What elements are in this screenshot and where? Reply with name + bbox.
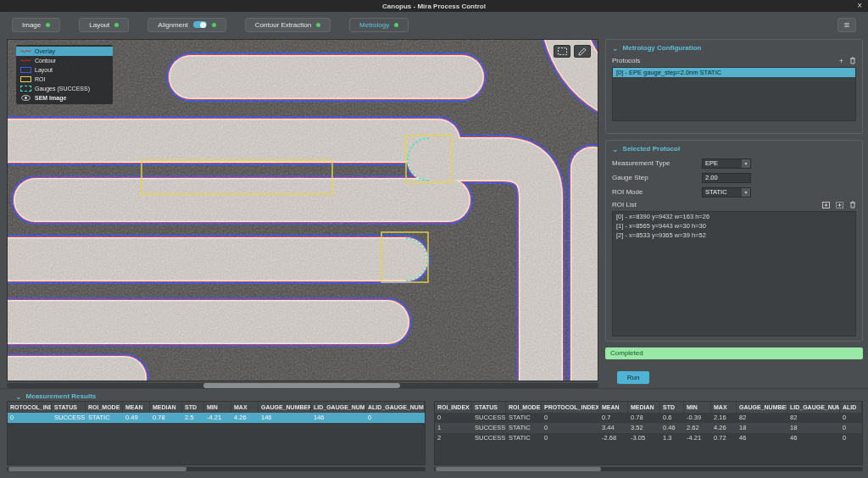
sem-viewer[interactable]: Overlay Contour Layout ROI Gauges (S (7, 39, 598, 381)
table-cell: 1 (435, 423, 472, 433)
alignment-toggle[interactable] (193, 21, 207, 28)
measurement-type-value: EPE (705, 159, 742, 167)
tab-alignment-label: Alignment (158, 21, 188, 29)
table-row[interactable]: 2 SUCCESS STATIC 0 -2.68 -3.05 1.3 -4.21… (435, 433, 862, 443)
chevron-down-icon: ⌄ (612, 45, 619, 52)
right-panel: ⌄ Metrology Configuration Protocols + [0… (605, 39, 863, 381)
add-roi-icon[interactable] (822, 202, 830, 208)
column-header[interactable]: STATUS (472, 402, 506, 413)
legend-item-gauges[interactable]: Gauges (SUCCESS) (16, 84, 113, 93)
column-header[interactable]: PROTOCOL_INDEX (542, 402, 599, 413)
status-badge: Completed (605, 347, 863, 359)
table-row[interactable]: 1 SUCCESS STATIC 0 3.44 3.52 0.46 2.62 4… (435, 423, 862, 433)
table-cell: 2 (435, 433, 472, 443)
table-header-row: ROTOCOL_INDE STATUS ROI_MODE MEAN MEDIAN… (8, 402, 425, 413)
status-dot (394, 23, 398, 27)
gauge-step-input[interactable] (702, 173, 751, 183)
column-header[interactable]: MEAN (599, 402, 628, 413)
column-header[interactable]: MIN (204, 402, 231, 413)
column-header[interactable]: STD (660, 402, 684, 413)
column-header[interactable]: STATUS (52, 402, 86, 413)
measurement-results-header[interactable]: ⌄ Measurement Results (15, 392, 868, 400)
column-header[interactable]: LID_GAUGE_NUMI (311, 402, 365, 413)
menu-icon[interactable]: ≡ (837, 18, 856, 32)
measurement-results-panel: ⌄ Measurement Results ROTOCOL_INDE STATU… (0, 388, 868, 478)
tab-alignment[interactable]: Alignment (147, 18, 226, 32)
table-cell: 3.52 (628, 423, 660, 433)
column-header[interactable]: ALID (840, 402, 862, 413)
tab-image[interactable]: Image (12, 18, 60, 32)
table-cell: 0 (542, 423, 599, 433)
close-icon[interactable]: × (857, 0, 862, 12)
column-header[interactable]: MEDIAN (150, 402, 182, 413)
table-cell: 46 (737, 433, 787, 443)
edit-pencil-icon[interactable] (574, 45, 591, 58)
protocols-row: Protocols + (612, 57, 856, 64)
column-header[interactable]: LID_GAUGE_NUMB (787, 402, 840, 413)
table-cell: 0.72 (711, 433, 737, 443)
roi-mode-value: STATIC (705, 188, 742, 196)
capture-region-icon[interactable] (554, 45, 570, 58)
status-dot (114, 23, 119, 27)
column-header-sorted[interactable]: ROI_INDEX ▴ (435, 402, 472, 413)
column-header[interactable]: GAUGE_NUMBER (259, 402, 311, 413)
legend-label: Layout (35, 67, 53, 73)
table-cell: 2.5 (182, 413, 204, 423)
legend-item-sem-image[interactable]: SEM Image (16, 93, 113, 103)
section-title: Metrology Configuration (623, 44, 702, 52)
legend-label: Contour (35, 58, 56, 64)
column-header[interactable]: STD (182, 402, 204, 413)
roi-mode-select[interactable]: STATIC ▾ (702, 187, 751, 197)
table-cell: 0 (542, 413, 599, 423)
protocols-list: [0] - EPE gauge_step=2.0nm STATIC (612, 67, 856, 121)
measurement-type-select[interactable]: EPE ▾ (702, 158, 751, 169)
protocol-table-hscrollbar-thumb[interactable] (8, 467, 186, 471)
table-row[interactable]: 0 SUCCESS STATIC 0 0.7 0.78 0.6 -0.39 2.… (435, 413, 862, 423)
roi-mode-label: ROI Mode (612, 188, 702, 196)
tab-metrology[interactable]: Metrology (349, 18, 409, 32)
add-roi-from-selection-icon[interactable] (836, 202, 843, 208)
tab-layout[interactable]: Layout (79, 18, 129, 32)
roi-list-item[interactable]: [0] - x=8390 y=9432 w=163 h=26 (613, 212, 855, 221)
roi-list-item[interactable]: [2] - x=8533 y=9365 w=39 h=52 (613, 231, 855, 240)
column-header[interactable]: ROTOCOL_INDE (8, 402, 52, 413)
chevron-down-icon: ⌄ (612, 146, 619, 153)
delete-protocol-icon[interactable] (849, 57, 856, 64)
delete-roi-icon[interactable] (849, 201, 856, 208)
column-header[interactable]: MEAN (123, 402, 150, 413)
table-cell: STATIC (86, 413, 123, 423)
selected-protocol-header[interactable]: ⌄ Selected Protocol (612, 145, 856, 153)
column-header[interactable]: ALID_GAUGE_NUM (365, 402, 425, 413)
roi-list-item[interactable]: [1] - x=8565 y=9443 w=30 h=30 (613, 221, 855, 231)
legend-item-layout[interactable]: Layout (16, 65, 113, 75)
table-cell: 18 (737, 423, 787, 433)
protocol-table-hscrollbar[interactable] (7, 467, 426, 471)
table-cell: 3.44 (599, 423, 628, 433)
eye-icon (20, 95, 31, 101)
chevron-down-icon: ⌄ (15, 393, 22, 400)
legend-item-contour[interactable]: Contour (16, 56, 113, 65)
roi-table-hscrollbar[interactable] (434, 467, 863, 471)
table-row[interactable]: 0 SUCCESS STATIC 0.49 0.78 2.5 -4.21 4.2… (8, 413, 425, 423)
add-protocol-icon[interactable]: + (839, 58, 843, 64)
protocol-list-item[interactable]: [0] - EPE gauge_step=2.0nm STATIC (613, 68, 855, 77)
column-header[interactable]: GAUGE_NUMBER (737, 402, 787, 413)
legend-item-roi[interactable]: ROI (16, 75, 113, 84)
column-header[interactable]: ROI_MODE (86, 402, 123, 413)
column-header[interactable]: ROI_MODE (506, 402, 542, 413)
column-header[interactable]: MAX (711, 402, 737, 413)
tab-contour-extraction[interactable]: Contour Extraction (245, 18, 331, 32)
roi-list: [0] - x=8390 y=9432 w=163 h=26 [1] - x=8… (612, 211, 856, 336)
roi-table-hscrollbar-thumb[interactable] (436, 467, 601, 471)
column-header[interactable]: MIN (684, 402, 711, 413)
protocols-label: Protocols (612, 57, 640, 64)
table-cell: SUCCESS (472, 413, 506, 423)
table-cell: -2.68 (599, 433, 628, 443)
run-button[interactable]: Run (617, 371, 649, 384)
legend-item-overlay[interactable]: Overlay (16, 47, 113, 56)
table-cell: -3.05 (628, 433, 660, 443)
column-header[interactable]: MAX (231, 402, 259, 413)
column-header[interactable]: MEDIAN (628, 402, 660, 413)
metrology-configuration-header[interactable]: ⌄ Metrology Configuration (612, 44, 856, 52)
app-window: Canopus - Mira Process Control × Image L… (0, 0, 868, 478)
